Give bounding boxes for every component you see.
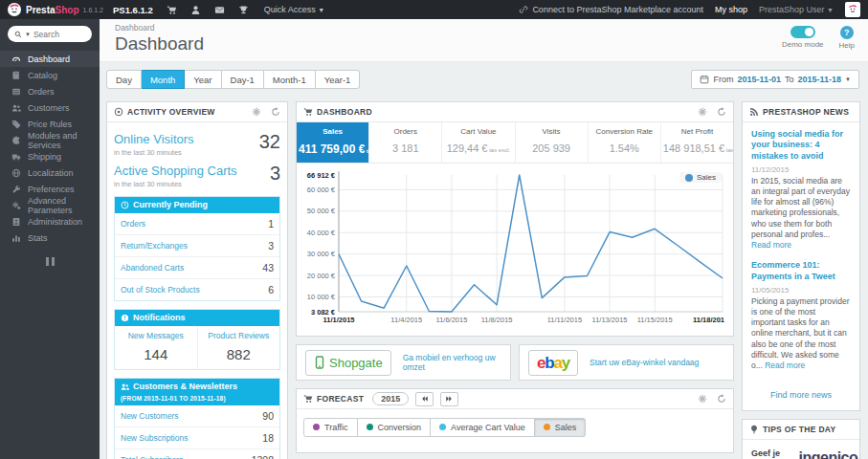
svg-text:11/13/2015: 11/13/2015	[592, 316, 628, 324]
date-preset-year-1[interactable]: Year-1	[316, 70, 361, 89]
sidebar-item-catalog[interactable]: Catalog	[0, 67, 100, 83]
date-preset-month[interactable]: Month	[142, 70, 185, 89]
stat-link-total-subscribers[interactable]: Total Subscribers	[121, 455, 183, 459]
forecast-toggle-sales[interactable]: Sales	[535, 418, 587, 437]
avatar[interactable]	[845, 2, 860, 17]
chevron-down-icon: ▼	[318, 7, 324, 13]
svg-text:50 000 €: 50 000 €	[307, 207, 336, 215]
bar-chart-icon	[11, 233, 21, 243]
kpi-tab-sales[interactable]: Sales411 759,00 € tax excl.	[297, 122, 369, 163]
sidebar-item-stats[interactable]: Stats	[0, 230, 100, 246]
sidebar-search[interactable]: ▼	[8, 26, 92, 42]
cart-icon[interactable]	[167, 5, 177, 15]
stat-row-out-of-stock-products: Out of Stock Products6	[115, 278, 279, 300]
sidebar-item-advanced-parameters[interactable]: Advanced Parameters	[0, 197, 100, 213]
stat-link-return-exchanges[interactable]: Return/Exchanges	[121, 241, 188, 251]
help-button[interactable]: ? Help	[839, 26, 855, 50]
sidebar-item-orders[interactable]: Orders	[0, 83, 100, 99]
sidebar-item-label: Dashboard	[28, 55, 70, 64]
online-visitors-link[interactable]: Online Visitors	[114, 132, 259, 146]
breadcrumb[interactable]: Dashboard	[115, 23, 853, 33]
kpi-tab-cart-value[interactable]: Cart Value129,44 € tax excl.	[442, 122, 515, 163]
refresh-icon[interactable]	[717, 107, 726, 117]
my-shop-link[interactable]: My shop	[715, 5, 747, 14]
active-carts-link[interactable]: Active Shopping Carts	[114, 164, 270, 178]
refresh-icon[interactable]	[271, 107, 280, 117]
online-visitors-stat: Online Visitors in the last 30 minutes 3…	[114, 132, 280, 157]
read-more-link[interactable]: Read more	[751, 240, 791, 250]
sidebar-item-dashboard[interactable]: Dashboard	[0, 51, 100, 67]
envelope-icon[interactable]	[214, 5, 225, 15]
stat-value: 90	[262, 410, 274, 422]
sidebar-item-localization[interactable]: Localization	[0, 164, 100, 181]
gear-icon[interactable]	[698, 107, 707, 117]
forward-icon[interactable]	[440, 392, 458, 406]
forecast-toggle-conversion[interactable]: Conversion	[358, 418, 432, 437]
marketplace-link[interactable]: Connect to PrestaShop Marketplace accoun…	[519, 5, 703, 14]
tip-headline: Geef je Sales in het buitenland een Boos…	[751, 448, 794, 459]
stat-link-new-customers[interactable]: New Customers	[121, 411, 178, 421]
chart-legend: Sales	[679, 172, 722, 183]
kpi-tab-orders[interactable]: Orders3 181	[369, 122, 442, 163]
new-messages-link[interactable]: New Messages	[117, 331, 195, 340]
kpi-label: Cart Value	[444, 127, 512, 136]
search-input[interactable]	[33, 30, 81, 39]
sidebar-item-label: Shipping	[28, 152, 61, 162]
panel-title: FORECAST	[317, 394, 364, 404]
ebay-link[interactable]: Start uw eBay-winkel vandaag	[590, 358, 699, 367]
date-preset-buttons: DayMonthYearDay-1Month-1Year-1	[106, 70, 360, 89]
search-scope-caret-icon[interactable]: ▼	[25, 32, 31, 37]
date-preset-month-1[interactable]: Month-1	[264, 70, 316, 89]
news-article-title[interactable]: Using social media for your business: 4 …	[751, 129, 851, 162]
backward-icon[interactable]	[415, 392, 434, 406]
forecast-panel: FORECAST 2015 TrafficConversionAverage C…	[296, 388, 734, 453]
gear-icon[interactable]	[252, 107, 261, 117]
person-icon[interactable]	[190, 5, 201, 15]
svg-text:20 000 €: 20 000 €	[307, 272, 336, 280]
gear-icon[interactable]	[698, 394, 707, 404]
stat-link-new-subscriptions[interactable]: New Subscriptions	[121, 433, 188, 443]
sidebar-item-label: Orders	[28, 87, 55, 97]
user-menu[interactable]: PrestaShop User ▼	[759, 5, 834, 14]
sidebar-item-modules-and-services[interactable]: Modules and Services	[0, 132, 100, 148]
news-article-title[interactable]: Ecommerce 101: Payments in a Tweet	[751, 260, 851, 282]
product-reviews-link[interactable]: Product Reviews	[200, 331, 278, 340]
demo-mode-toggle[interactable]: Demo mode	[782, 26, 824, 50]
sidebar-item-shipping[interactable]: Shipping	[0, 148, 100, 164]
question-mark-icon: ?	[840, 26, 854, 39]
trophy-icon[interactable]	[238, 5, 249, 15]
find-more-news-link[interactable]: Find more news	[743, 390, 859, 400]
chevron-down-icon: ▼	[845, 76, 851, 82]
forecast-toggle-average-cart-value[interactable]: Average Cart Value	[431, 418, 535, 437]
shopgate-link[interactable]: Ga mobiel en verhoog uw omzet	[403, 353, 501, 372]
sidebar-collapse-toggle[interactable]	[0, 257, 100, 266]
kpi-tab-conversion-rate[interactable]: Conversion Rate1.54%	[589, 122, 661, 163]
legend-dot-icon	[685, 174, 693, 182]
speedometer-icon	[11, 55, 21, 64]
sidebar-item-preferences[interactable]: Preferences	[0, 181, 100, 197]
forecast-toggle-traffic[interactable]: Traffic	[303, 418, 358, 437]
stat-link-abandoned-carts[interactable]: Abandoned Carts	[121, 263, 184, 273]
date-preset-day-1[interactable]: Day-1	[222, 70, 264, 89]
sidebar-item-customers[interactable]: Customers	[0, 99, 100, 116]
stat-link-out-of-stock-products[interactable]: Out of Stock Products	[121, 285, 200, 295]
refresh-icon[interactable]	[717, 394, 726, 404]
stat-link-orders[interactable]: Orders	[121, 219, 145, 229]
read-more-link[interactable]: Read more	[765, 361, 805, 370]
ingenico-logo: ingenico Payment services	[798, 448, 857, 459]
date-preset-year[interactable]: Year	[185, 70, 221, 89]
svg-text:11/8/2015: 11/8/2015	[481, 316, 513, 324]
kpi-tab-net-profit[interactable]: Net Profit148 918,51 € tax excl.	[661, 122, 733, 163]
quick-access-menu[interactable]: Quick Access ▼	[264, 5, 324, 14]
date-preset-day[interactable]: Day	[106, 70, 142, 89]
overview-icon	[114, 107, 123, 117]
sidebar-item-administration[interactable]: Administration	[0, 213, 100, 230]
shop-name: PS1.6.1.2	[113, 5, 153, 15]
stat-row-total-subscribers: Total Subscribers1308	[115, 448, 279, 459]
sidebar-item-label: Advanced Parameters	[28, 196, 89, 215]
news-article: Using social media for your business: 4 …	[751, 129, 851, 251]
sidebar-item-price-rules[interactable]: Price Rules	[0, 116, 100, 132]
date-range-picker[interactable]: From2015-11-01 To2015-11-18 ▼	[691, 70, 859, 89]
kpi-tab-visits[interactable]: Visits205 939	[516, 122, 589, 163]
toggle-on-icon	[790, 26, 815, 38]
